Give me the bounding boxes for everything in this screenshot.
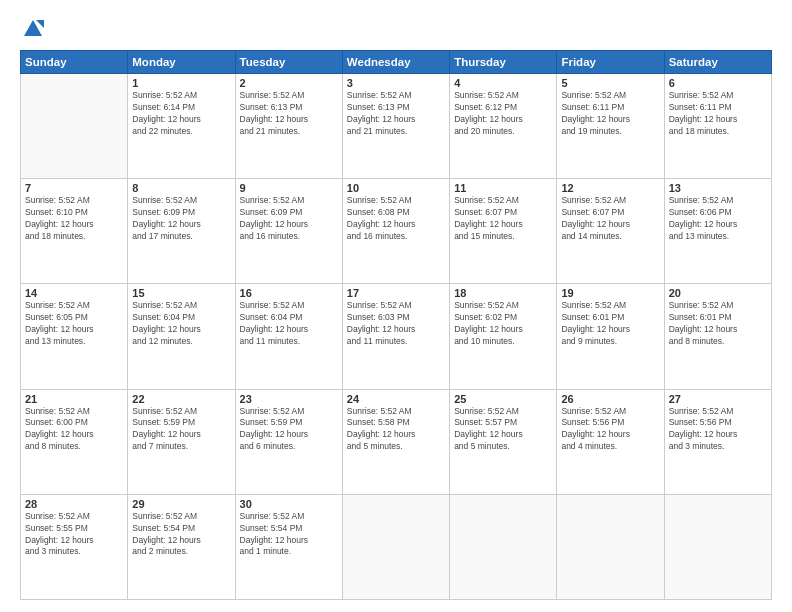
- day-info: Sunrise: 5:52 AM Sunset: 6:04 PM Dayligh…: [240, 300, 338, 348]
- calendar-cell: 29Sunrise: 5:52 AM Sunset: 5:54 PM Dayli…: [128, 494, 235, 599]
- day-number: 19: [561, 287, 659, 299]
- day-info: Sunrise: 5:52 AM Sunset: 6:06 PM Dayligh…: [669, 195, 767, 243]
- day-info: Sunrise: 5:52 AM Sunset: 5:55 PM Dayligh…: [25, 511, 123, 559]
- day-number: 12: [561, 182, 659, 194]
- weekday-header-cell: Saturday: [664, 51, 771, 74]
- calendar-cell: 8Sunrise: 5:52 AM Sunset: 6:09 PM Daylig…: [128, 179, 235, 284]
- day-number: 20: [669, 287, 767, 299]
- day-number: 30: [240, 498, 338, 510]
- calendar-week-row: 14Sunrise: 5:52 AM Sunset: 6:05 PM Dayli…: [21, 284, 772, 389]
- day-info: Sunrise: 5:52 AM Sunset: 6:14 PM Dayligh…: [132, 90, 230, 138]
- calendar-cell: 27Sunrise: 5:52 AM Sunset: 5:56 PM Dayli…: [664, 389, 771, 494]
- day-info: Sunrise: 5:52 AM Sunset: 6:04 PM Dayligh…: [132, 300, 230, 348]
- day-info: Sunrise: 5:52 AM Sunset: 5:59 PM Dayligh…: [132, 406, 230, 454]
- calendar-cell: 21Sunrise: 5:52 AM Sunset: 6:00 PM Dayli…: [21, 389, 128, 494]
- day-info: Sunrise: 5:52 AM Sunset: 6:10 PM Dayligh…: [25, 195, 123, 243]
- calendar-cell: 4Sunrise: 5:52 AM Sunset: 6:12 PM Daylig…: [450, 74, 557, 179]
- day-info: Sunrise: 5:52 AM Sunset: 5:54 PM Dayligh…: [240, 511, 338, 559]
- day-number: 16: [240, 287, 338, 299]
- day-info: Sunrise: 5:52 AM Sunset: 6:07 PM Dayligh…: [454, 195, 552, 243]
- calendar-cell: 30Sunrise: 5:52 AM Sunset: 5:54 PM Dayli…: [235, 494, 342, 599]
- day-info: Sunrise: 5:52 AM Sunset: 6:11 PM Dayligh…: [561, 90, 659, 138]
- day-info: Sunrise: 5:52 AM Sunset: 5:57 PM Dayligh…: [454, 406, 552, 454]
- calendar-week-row: 28Sunrise: 5:52 AM Sunset: 5:55 PM Dayli…: [21, 494, 772, 599]
- calendar-cell: 17Sunrise: 5:52 AM Sunset: 6:03 PM Dayli…: [342, 284, 449, 389]
- day-number: 6: [669, 77, 767, 89]
- day-number: 7: [25, 182, 123, 194]
- page: SundayMondayTuesdayWednesdayThursdayFrid…: [0, 0, 792, 612]
- calendar-week-row: 7Sunrise: 5:52 AM Sunset: 6:10 PM Daylig…: [21, 179, 772, 284]
- weekday-header-cell: Thursday: [450, 51, 557, 74]
- day-number: 23: [240, 393, 338, 405]
- day-number: 14: [25, 287, 123, 299]
- calendar-cell: 24Sunrise: 5:52 AM Sunset: 5:58 PM Dayli…: [342, 389, 449, 494]
- logo: [20, 18, 44, 40]
- calendar-cell: [21, 74, 128, 179]
- weekday-header-cell: Friday: [557, 51, 664, 74]
- day-info: Sunrise: 5:52 AM Sunset: 6:03 PM Dayligh…: [347, 300, 445, 348]
- day-info: Sunrise: 5:52 AM Sunset: 5:56 PM Dayligh…: [669, 406, 767, 454]
- day-number: 21: [25, 393, 123, 405]
- day-info: Sunrise: 5:52 AM Sunset: 6:13 PM Dayligh…: [240, 90, 338, 138]
- calendar-cell: 5Sunrise: 5:52 AM Sunset: 6:11 PM Daylig…: [557, 74, 664, 179]
- calendar-cell: 11Sunrise: 5:52 AM Sunset: 6:07 PM Dayli…: [450, 179, 557, 284]
- calendar-cell: 26Sunrise: 5:52 AM Sunset: 5:56 PM Dayli…: [557, 389, 664, 494]
- day-info: Sunrise: 5:52 AM Sunset: 6:13 PM Dayligh…: [347, 90, 445, 138]
- calendar-body: 1Sunrise: 5:52 AM Sunset: 6:14 PM Daylig…: [21, 74, 772, 600]
- calendar-cell: 13Sunrise: 5:52 AM Sunset: 6:06 PM Dayli…: [664, 179, 771, 284]
- calendar-cell: [450, 494, 557, 599]
- calendar-cell: 23Sunrise: 5:52 AM Sunset: 5:59 PM Dayli…: [235, 389, 342, 494]
- calendar-cell: 9Sunrise: 5:52 AM Sunset: 6:09 PM Daylig…: [235, 179, 342, 284]
- calendar-cell: 1Sunrise: 5:52 AM Sunset: 6:14 PM Daylig…: [128, 74, 235, 179]
- day-number: 5: [561, 77, 659, 89]
- day-info: Sunrise: 5:52 AM Sunset: 6:07 PM Dayligh…: [561, 195, 659, 243]
- calendar-cell: 18Sunrise: 5:52 AM Sunset: 6:02 PM Dayli…: [450, 284, 557, 389]
- day-number: 24: [347, 393, 445, 405]
- day-number: 26: [561, 393, 659, 405]
- day-number: 18: [454, 287, 552, 299]
- calendar-cell: [664, 494, 771, 599]
- day-number: 25: [454, 393, 552, 405]
- day-number: 3: [347, 77, 445, 89]
- day-info: Sunrise: 5:52 AM Sunset: 6:02 PM Dayligh…: [454, 300, 552, 348]
- calendar-cell: 3Sunrise: 5:52 AM Sunset: 6:13 PM Daylig…: [342, 74, 449, 179]
- day-number: 9: [240, 182, 338, 194]
- day-info: Sunrise: 5:52 AM Sunset: 6:00 PM Dayligh…: [25, 406, 123, 454]
- day-info: Sunrise: 5:52 AM Sunset: 6:09 PM Dayligh…: [132, 195, 230, 243]
- calendar-cell: 22Sunrise: 5:52 AM Sunset: 5:59 PM Dayli…: [128, 389, 235, 494]
- day-number: 2: [240, 77, 338, 89]
- calendar-week-row: 21Sunrise: 5:52 AM Sunset: 6:00 PM Dayli…: [21, 389, 772, 494]
- svg-marker-1: [36, 20, 44, 28]
- calendar-cell: [342, 494, 449, 599]
- weekday-header-cell: Sunday: [21, 51, 128, 74]
- calendar-cell: 15Sunrise: 5:52 AM Sunset: 6:04 PM Dayli…: [128, 284, 235, 389]
- day-number: 4: [454, 77, 552, 89]
- calendar-cell: 20Sunrise: 5:52 AM Sunset: 6:01 PM Dayli…: [664, 284, 771, 389]
- day-number: 10: [347, 182, 445, 194]
- calendar-cell: 19Sunrise: 5:52 AM Sunset: 6:01 PM Dayli…: [557, 284, 664, 389]
- calendar-cell: 7Sunrise: 5:52 AM Sunset: 6:10 PM Daylig…: [21, 179, 128, 284]
- calendar-cell: [557, 494, 664, 599]
- day-number: 29: [132, 498, 230, 510]
- day-number: 22: [132, 393, 230, 405]
- calendar-table: SundayMondayTuesdayWednesdayThursdayFrid…: [20, 50, 772, 600]
- day-info: Sunrise: 5:52 AM Sunset: 5:56 PM Dayligh…: [561, 406, 659, 454]
- calendar-cell: 10Sunrise: 5:52 AM Sunset: 6:08 PM Dayli…: [342, 179, 449, 284]
- day-info: Sunrise: 5:52 AM Sunset: 5:54 PM Dayligh…: [132, 511, 230, 559]
- calendar-cell: 2Sunrise: 5:52 AM Sunset: 6:13 PM Daylig…: [235, 74, 342, 179]
- calendar-cell: 16Sunrise: 5:52 AM Sunset: 6:04 PM Dayli…: [235, 284, 342, 389]
- weekday-header-cell: Tuesday: [235, 51, 342, 74]
- day-info: Sunrise: 5:52 AM Sunset: 6:11 PM Dayligh…: [669, 90, 767, 138]
- day-info: Sunrise: 5:52 AM Sunset: 6:05 PM Dayligh…: [25, 300, 123, 348]
- day-number: 15: [132, 287, 230, 299]
- day-number: 8: [132, 182, 230, 194]
- day-info: Sunrise: 5:52 AM Sunset: 6:09 PM Dayligh…: [240, 195, 338, 243]
- weekday-header-row: SundayMondayTuesdayWednesdayThursdayFrid…: [21, 51, 772, 74]
- calendar-cell: 25Sunrise: 5:52 AM Sunset: 5:57 PM Dayli…: [450, 389, 557, 494]
- calendar-week-row: 1Sunrise: 5:52 AM Sunset: 6:14 PM Daylig…: [21, 74, 772, 179]
- day-number: 1: [132, 77, 230, 89]
- day-info: Sunrise: 5:52 AM Sunset: 6:12 PM Dayligh…: [454, 90, 552, 138]
- calendar-cell: 28Sunrise: 5:52 AM Sunset: 5:55 PM Dayli…: [21, 494, 128, 599]
- day-info: Sunrise: 5:52 AM Sunset: 6:08 PM Dayligh…: [347, 195, 445, 243]
- day-number: 13: [669, 182, 767, 194]
